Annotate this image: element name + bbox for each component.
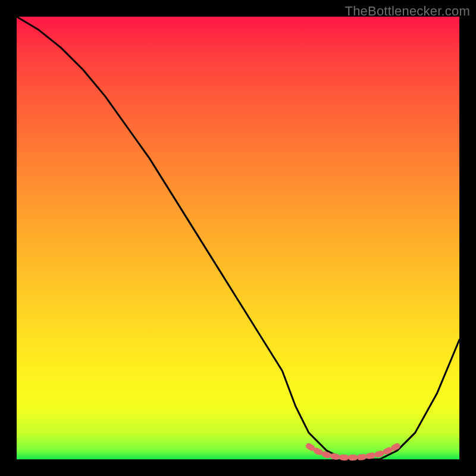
bottleneck-curve-line <box>17 17 459 459</box>
optimal-zone-dots <box>309 446 397 458</box>
chart-frame: TheBottleneсker.com <box>0 0 476 476</box>
watermark-text: TheBottleneсker.com <box>345 4 470 19</box>
chart-overlay <box>17 17 459 459</box>
